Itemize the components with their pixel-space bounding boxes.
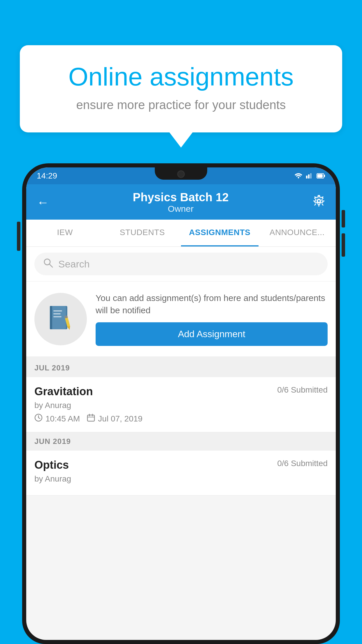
calendar-icon [87,414,95,424]
notebook-icon [48,304,74,334]
phone-frame: 14:29 [22,163,340,644]
svg-point-0 [298,177,299,178]
assignment-title: Gravitation [34,385,93,398]
speech-bubble-container: Online assignments ensure more practice … [20,45,342,132]
assignment-author: by Anurag [34,401,328,410]
status-icons [294,171,325,181]
month-separator-jun: JUN 2019 [26,432,336,451]
assignment-item-gravitation[interactable]: Gravitation 0/6 Submitted by Anurag [26,377,336,432]
search-input-wrap[interactable]: Search [34,253,328,275]
search-icon [43,258,53,270]
battery-icon [317,171,325,181]
svg-rect-24 [87,415,94,421]
header-center: Physics Batch 12 Owner [133,191,229,214]
promo-icon-circle [34,293,87,345]
svg-marker-19 [67,326,71,330]
svg-line-23 [38,418,40,419]
add-assignment-button[interactable]: Add Assignment [96,322,328,346]
back-button[interactable]: ← [37,195,49,209]
promo-section: You can add assignment(s) from here and … [26,281,336,359]
speech-bubble: Online assignments ensure more practice … [20,45,342,132]
clock-icon [34,414,43,424]
meta-time: 10:45 AM [34,414,80,424]
assignment-submitted-optics: 0/6 Submitted [277,459,328,468]
promo-text: You can add assignment(s) from here and … [96,292,328,346]
tab-students[interactable]: STUDENTS [104,220,181,246]
settings-button[interactable] [312,195,325,210]
bubble-title: Online assignments [40,63,322,91]
status-time: 14:29 [37,171,57,181]
phone-camera [177,170,185,178]
svg-point-9 [318,200,320,202]
search-placeholder: Search [58,258,90,270]
phone-notch [155,167,207,180]
header-subtitle: Owner [133,204,229,214]
assignment-meta: 10:45 AM Jul 07, 2019 [34,414,328,424]
tabs-container: IEW STUDENTS ASSIGNMENTS ANNOUNCE... [26,220,336,247]
wifi-icon [294,171,303,181]
power-button [17,222,20,251]
volume-up-button [342,210,345,228]
phone-screen: 14:29 [26,167,336,640]
svg-rect-6 [317,174,323,178]
assignment-title-optics: Optics [34,459,69,471]
assignment-item-optics[interactable]: Optics 0/6 Submitted by Anurag [26,451,336,496]
svg-rect-1 [306,176,307,178]
phone-outer: 14:29 [22,163,340,644]
svg-line-11 [50,264,52,267]
signal-icon [306,171,313,181]
svg-rect-2 [308,174,310,178]
assignment-author-optics: by Anurag [34,474,328,484]
assignment-header: Gravitation 0/6 Submitted [34,385,328,398]
app-header: ← Physics Batch 12 Owner [26,184,336,220]
search-container: Search [26,247,336,281]
time-value: 10:45 AM [45,414,80,424]
svg-rect-13 [52,306,66,329]
meta-date: Jul 07, 2019 [87,414,143,424]
tab-announcements[interactable]: ANNOUNCE... [259,220,336,246]
svg-rect-15 [53,310,62,312]
svg-rect-3 [310,173,312,178]
svg-rect-5 [324,175,325,177]
svg-rect-17 [53,316,61,317]
svg-rect-16 [53,313,61,314]
volume-down-button [342,233,345,257]
header-title: Physics Batch 12 [133,191,229,204]
tab-assignments[interactable]: ASSIGNMENTS [181,220,259,246]
tab-iew[interactable]: IEW [26,220,104,246]
bubble-subtitle: ensure more practice for your students [40,98,322,112]
promo-description: You can add assignment(s) from here and … [96,292,328,316]
svg-rect-14 [50,306,52,329]
assignment-submitted: 0/6 Submitted [277,385,328,395]
month-separator-jul: JUL 2019 [26,359,336,377]
date-value: Jul 07, 2019 [98,414,143,424]
assignment-header-optics: Optics 0/6 Submitted [34,459,328,471]
